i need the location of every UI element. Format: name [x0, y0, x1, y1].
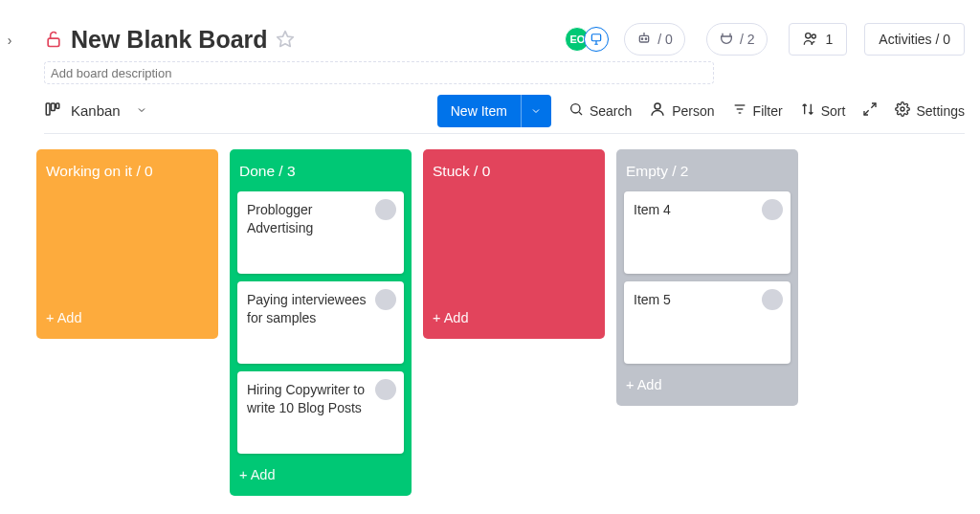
activities-button[interactable]: Activities / 0	[864, 23, 965, 56]
add-card-button[interactable]: + Add	[44, 304, 211, 331]
assignee-avatar[interactable]	[375, 199, 396, 220]
automations-pill[interactable]: / 0	[624, 23, 685, 56]
card-title: Hiring Copywriter to write 10 Blog Posts	[247, 381, 394, 417]
kanban-card[interactable]: Item 5	[624, 281, 791, 364]
svg-point-13	[655, 103, 660, 109]
chevron-down-icon	[136, 102, 147, 119]
svg-rect-2	[592, 34, 601, 41]
column-header[interactable]: Empty / 2	[624, 157, 791, 184]
column-header[interactable]: Working on it / 0	[44, 157, 211, 184]
kanban-column: Working on it / 0+ Add	[36, 149, 218, 339]
view-label: Kanban	[71, 102, 121, 119]
kanban-card[interactable]: Problogger Advertising	[237, 191, 404, 274]
kanban-icon	[44, 101, 61, 121]
expand-icon	[862, 101, 878, 120]
gear-icon	[895, 101, 910, 120]
board-subscribers[interactable]: EO	[565, 27, 603, 52]
robot-icon	[636, 31, 652, 49]
svg-line-12	[579, 112, 582, 115]
sort-icon	[800, 101, 815, 120]
card-title: Item 4	[634, 201, 781, 219]
card-title: Problogger Advertising	[247, 201, 394, 237]
svg-point-7	[812, 34, 815, 38]
filter-button[interactable]: Filter	[732, 101, 783, 120]
svg-rect-8	[46, 103, 50, 115]
new-item-caret[interactable]	[521, 95, 551, 127]
column-header[interactable]: Done / 3	[237, 157, 404, 184]
assignee-avatar[interactable]	[762, 289, 783, 310]
filter-label: Filter	[753, 103, 783, 119]
kanban-column: Empty / 2Item 4Item 5+ Add	[616, 149, 798, 406]
add-card-button[interactable]: + Add	[431, 304, 597, 331]
svg-point-11	[571, 104, 580, 113]
svg-marker-1	[277, 32, 293, 47]
svg-rect-10	[56, 103, 59, 108]
person-icon	[649, 101, 666, 121]
svg-line-18	[864, 110, 869, 115]
add-card-button[interactable]: + Add	[237, 461, 404, 488]
search-icon	[568, 101, 584, 120]
kanban-card[interactable]: Item 4	[624, 191, 791, 274]
kanban-board: Working on it / 0+ AddDone / 3Problogger…	[36, 149, 965, 514]
fullscreen-button[interactable]	[862, 101, 878, 120]
avatar	[584, 27, 609, 52]
collapse-panel-button[interactable]: ›	[2, 33, 17, 48]
column-header[interactable]: Stuck / 0	[431, 157, 597, 184]
kanban-column: Stuck / 0+ Add	[423, 149, 605, 339]
kanban-card[interactable]: Hiring Copywriter to write 10 Blog Posts	[237, 371, 404, 454]
add-card-button[interactable]: + Add	[624, 371, 791, 398]
chevron-right-icon: ›	[8, 33, 12, 48]
kanban-column: Done / 3Problogger AdvertisingPaying int…	[230, 149, 412, 496]
svg-rect-9	[52, 103, 56, 111]
card-title: Item 5	[634, 291, 781, 309]
card-title: Paying interviewees for samples	[247, 291, 394, 327]
board-title[interactable]: New Blank Board	[71, 26, 268, 54]
assignee-avatar[interactable]	[762, 199, 783, 220]
star-icon[interactable]	[276, 30, 295, 49]
column-drop-area[interactable]	[44, 191, 211, 297]
sort-button[interactable]: Sort	[800, 101, 846, 120]
person-label: Person	[672, 103, 714, 119]
view-picker[interactable]: Kanban	[44, 101, 147, 121]
integrations-count: / 2	[740, 32, 755, 47]
filter-icon	[732, 101, 747, 120]
svg-point-19	[901, 107, 904, 111]
assignee-avatar[interactable]	[375, 289, 396, 310]
assignee-avatar[interactable]	[375, 379, 396, 400]
new-item-label: New Item	[437, 103, 521, 119]
svg-point-6	[805, 33, 810, 37]
settings-label: Settings	[916, 103, 965, 119]
column-drop-area[interactable]	[431, 191, 597, 297]
board-description-input[interactable]	[44, 61, 714, 84]
search-button[interactable]: Search	[568, 101, 632, 120]
sort-label: Sort	[821, 103, 846, 119]
svg-point-4	[642, 38, 643, 39]
svg-point-5	[646, 38, 647, 39]
new-item-button[interactable]: New Item	[437, 95, 551, 127]
members-count: 1	[826, 32, 834, 47]
settings-button[interactable]: Settings	[895, 101, 965, 120]
svg-line-17	[872, 103, 877, 108]
lock-open-icon	[44, 30, 63, 49]
people-icon	[803, 31, 818, 49]
person-filter-button[interactable]: Person	[649, 101, 714, 121]
search-label: Search	[590, 103, 632, 119]
activities-label: Activities / 0	[879, 32, 950, 47]
svg-rect-0	[48, 38, 59, 46]
plug-icon	[719, 31, 734, 49]
members-button[interactable]: 1	[789, 23, 848, 56]
automations-count: / 0	[657, 32, 673, 47]
integrations-pill[interactable]: / 2	[706, 23, 768, 56]
kanban-card[interactable]: Paying interviewees for samples	[237, 281, 404, 364]
